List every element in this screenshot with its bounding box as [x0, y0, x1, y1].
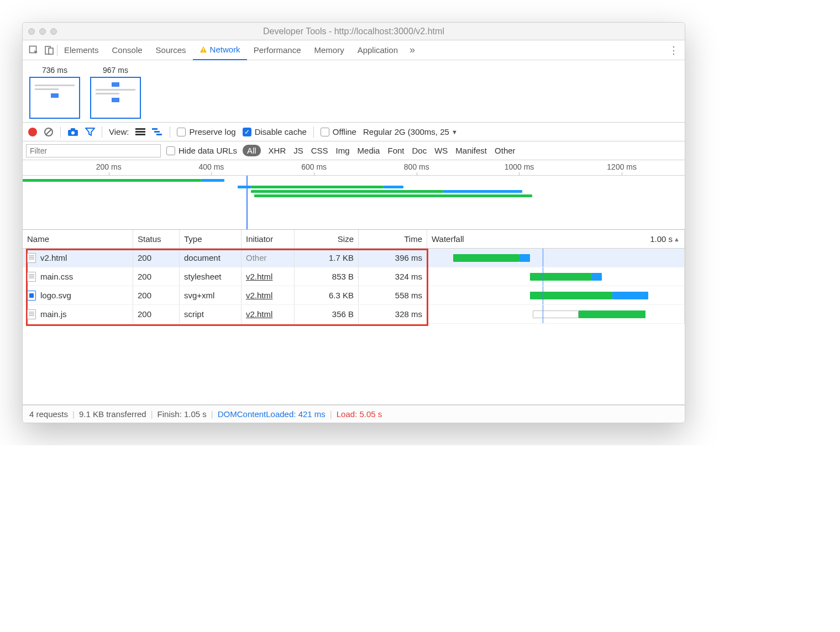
checkbox-icon: [177, 128, 186, 136]
panel-tabs: ElementsConsoleSourcesNetworkPerformance…: [23, 40, 685, 60]
table-row[interactable]: logo.svg200svg+xmlv2.html6.3 KB558 ms: [23, 286, 685, 305]
svg-rect-15: [156, 134, 162, 135]
filter-icon[interactable]: [85, 128, 95, 136]
timeline-tick: 800 ms: [404, 162, 429, 171]
svg-rect-13: [152, 128, 158, 130]
checkbox-icon: [243, 128, 251, 136]
tab-console[interactable]: Console: [106, 40, 149, 60]
timeline-tick: 1200 ms: [607, 162, 637, 171]
view-label: View:: [109, 127, 129, 136]
filter-type-doc[interactable]: Doc: [412, 146, 427, 155]
separator: [313, 127, 314, 138]
large-rows-icon[interactable]: [135, 128, 145, 136]
clear-button[interactable]: [44, 127, 54, 137]
filter-type-xhr[interactable]: XHR: [269, 146, 286, 155]
capture-screenshots-icon[interactable]: [67, 128, 78, 136]
sort-asc-icon: ▲: [674, 236, 680, 243]
table-row[interactable]: main.js200scriptv2.html356 B328 ms: [23, 305, 685, 324]
col-name-header[interactable]: Name: [23, 230, 133, 248]
svg-rect-4: [203, 51, 204, 52]
filter-type-css[interactable]: CSS: [311, 146, 328, 155]
svg-point-9: [71, 131, 75, 134]
svg-rect-10: [135, 128, 145, 130]
devtools-window: Developer Tools - http://localhost:3000/…: [22, 22, 685, 423]
inspect-element-icon[interactable]: [26, 43, 41, 58]
document-file-icon: [27, 253, 36, 263]
request-waterfall: [427, 305, 685, 323]
domcontentloaded-marker: [543, 267, 543, 286]
record-button[interactable]: [28, 128, 37, 136]
request-waterfall: [427, 286, 685, 304]
tab-memory[interactable]: Memory: [308, 40, 351, 60]
offline-checkbox[interactable]: Offline: [321, 127, 356, 136]
network-overview[interactable]: [23, 176, 685, 230]
col-status-header[interactable]: Status: [133, 230, 180, 248]
preserve-log-checkbox[interactable]: Preserve log: [177, 127, 235, 136]
document-file-icon: [27, 309, 36, 319]
filter-type-font[interactable]: Font: [387, 146, 404, 155]
filter-type-img[interactable]: Img: [336, 146, 350, 155]
device-toolbar-icon[interactable]: [41, 43, 57, 58]
filter-type-manifest[interactable]: Manifest: [455, 146, 487, 155]
devtools-menu-icon[interactable]: ⋮: [666, 43, 681, 58]
request-waterfall: [427, 249, 685, 267]
frame-thumbnail: [29, 77, 80, 119]
status-load: Load: 5.05 s: [337, 409, 382, 419]
filter-type-media[interactable]: Media: [358, 146, 380, 155]
table-header: Name Status Type Initiator Size Time Wat…: [23, 230, 685, 249]
network-table: Name Status Type Initiator Size Time Wat…: [23, 230, 685, 405]
window-title: Developer Tools - http://localhost:3000/…: [23, 27, 685, 36]
tab-network[interactable]: Network: [193, 40, 247, 60]
col-time-header[interactable]: Time: [359, 230, 427, 248]
svg-line-6: [46, 129, 51, 135]
request-initiator[interactable]: v2.html: [246, 309, 272, 319]
timeline-ruler[interactable]: 200 ms 400 ms 600 ms 800 ms 1000 ms 1200…: [23, 160, 685, 176]
disable-cache-label: Disable cache: [255, 127, 307, 136]
tab-application[interactable]: Application: [351, 40, 405, 60]
col-type-header[interactable]: Type: [180, 230, 242, 248]
domcontentloaded-marker: [246, 176, 248, 229]
more-tabs-button[interactable]: »: [405, 43, 420, 58]
throttling-select[interactable]: Regular 2G (300ms, 25 ▼: [363, 127, 458, 136]
filter-type-js[interactable]: JS: [293, 146, 303, 155]
filmstrip-frame[interactable]: 967 ms: [90, 66, 141, 119]
col-initiator-header[interactable]: Initiator: [242, 230, 295, 248]
domcontentloaded-marker: [543, 286, 543, 304]
col-waterfall-header[interactable]: Waterfall 1.00 s ▲: [427, 230, 685, 248]
request-size: 356 B: [295, 305, 359, 323]
table-row[interactable]: main.css200stylesheetv2.html853 B324 ms: [23, 267, 685, 286]
request-initiator[interactable]: v2.html: [246, 291, 272, 300]
timeline-tick: 1000 ms: [505, 162, 534, 171]
request-initiator[interactable]: v2.html: [246, 272, 272, 281]
domcontentloaded-marker: [543, 305, 543, 323]
filter-type-all[interactable]: All: [243, 145, 261, 156]
svg-rect-3: [203, 48, 204, 50]
svg-rect-12: [135, 134, 145, 135]
filmstrip-frame[interactable]: 736 ms: [29, 66, 80, 119]
tab-performance[interactable]: Performance: [247, 40, 308, 60]
filter-type-other[interactable]: Other: [495, 146, 516, 155]
checkbox-icon: [166, 146, 175, 155]
network-toolbar: View: Preserve log Disable cache Offline…: [23, 123, 685, 141]
waterfall-view-icon[interactable]: [152, 128, 163, 136]
request-time: 324 ms: [359, 267, 427, 286]
svg-rect-2: [49, 48, 53, 54]
frame-timestamp: 736 ms: [29, 66, 80, 75]
hide-data-urls-checkbox[interactable]: Hide data URLs: [166, 146, 237, 155]
status-bar: 4 requests | 9.1 KB transferred | Finish…: [23, 405, 685, 423]
throttling-value: Regular 2G (300ms, 25: [363, 127, 449, 136]
request-time: 328 ms: [359, 305, 427, 323]
request-type: document: [180, 249, 242, 267]
filter-input[interactable]: [26, 144, 161, 157]
table-body: v2.html200documentOther1.7 KB396 msmain.…: [23, 249, 685, 404]
frame-thumbnail: [90, 77, 141, 119]
table-row[interactable]: v2.html200documentOther1.7 KB396 ms: [23, 249, 685, 267]
filter-type-ws[interactable]: WS: [434, 146, 448, 155]
tab-sources[interactable]: Sources: [149, 40, 193, 60]
document-file-icon: [27, 272, 36, 282]
disable-cache-checkbox[interactable]: Disable cache: [243, 127, 307, 136]
request-status: 200: [133, 286, 180, 304]
tab-elements[interactable]: Elements: [57, 40, 106, 60]
waterfall-scale: 1.00 s ▲: [650, 234, 680, 244]
col-size-header[interactable]: Size: [295, 230, 359, 248]
